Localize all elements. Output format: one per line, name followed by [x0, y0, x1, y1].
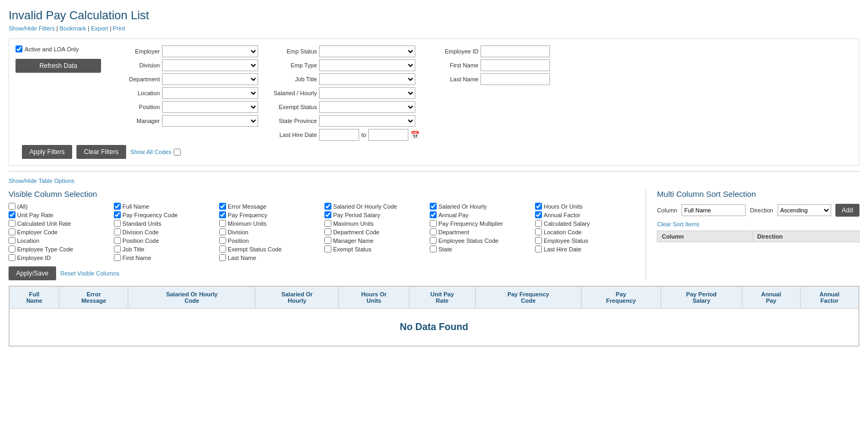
salaried-hourly-select[interactable]	[319, 87, 415, 99]
column-checkbox[interactable]	[430, 237, 437, 244]
column-checkbox[interactable]	[9, 211, 15, 218]
column-checkbox[interactable]	[114, 254, 121, 261]
page-container: Invalid Pay Calculation List Show/Hide F…	[0, 0, 868, 355]
column-checkbox[interactable]	[114, 211, 121, 218]
location-select[interactable]	[162, 87, 258, 99]
last-name-input[interactable]	[480, 73, 550, 85]
column-checkbox[interactable]	[9, 203, 15, 210]
export-link[interactable]: Export	[91, 25, 108, 32]
column-checkbox[interactable]	[324, 246, 331, 252]
column-checkbox-label: Exempt Status	[333, 246, 371, 252]
emp-type-select[interactable]	[319, 59, 415, 71]
emp-status-select[interactable]	[319, 45, 415, 57]
column-checkbox[interactable]	[114, 203, 121, 210]
column-checkbox-label: Standard Units	[122, 220, 161, 227]
active-loa-checkbox[interactable]	[15, 45, 22, 52]
department-label: Department	[112, 76, 160, 82]
clear-sort-items-link[interactable]: Clear Sort Items	[657, 221, 859, 227]
apply-filters-button[interactable]: Apply Filters	[22, 145, 72, 159]
data-table-container: Full NameError MessageSalaried Or Hourly…	[9, 286, 859, 347]
column-checkbox[interactable]	[114, 237, 121, 244]
column-checkbox[interactable]	[9, 220, 15, 227]
clear-filters-button[interactable]: Clear Filters	[76, 145, 126, 159]
column-checkbox[interactable]	[430, 203, 437, 210]
exempt-status-select[interactable]	[319, 101, 415, 113]
column-checkbox[interactable]	[219, 237, 226, 244]
column-checkbox[interactable]	[535, 246, 542, 252]
column-checkbox[interactable]	[219, 254, 226, 261]
column-checkbox[interactable]	[9, 228, 15, 235]
manager-select[interactable]	[162, 115, 258, 127]
apply-save-button[interactable]: Apply/Save	[9, 266, 56, 280]
data-table-header: Pay Frequency Code	[475, 287, 581, 309]
department-select[interactable]	[162, 73, 258, 85]
employer-select[interactable]	[162, 45, 258, 57]
column-checkbox-label: Pay Frequency Code	[122, 212, 177, 218]
position-select[interactable]	[162, 101, 258, 113]
manager-row: Manager	[112, 115, 258, 127]
column-checkbox[interactable]	[114, 228, 121, 235]
show-hide-table-options-link[interactable]: Show/Hide Table Options	[9, 178, 74, 184]
last-hire-date-row: Last Hire Date to 📅	[269, 129, 420, 141]
show-all-codes-checkbox[interactable]	[174, 149, 181, 156]
column-checkbox[interactable]	[535, 220, 542, 227]
column-checkbox[interactable]	[324, 237, 331, 244]
column-checkbox-label: Manager Name	[333, 238, 374, 244]
column-checkbox[interactable]	[9, 237, 15, 244]
show-hide-filters-link[interactable]: Show/Hide Filters	[9, 25, 55, 32]
direction-sort-label: Direction	[750, 207, 773, 213]
column-checkbox-label: Employee Status	[544, 238, 588, 244]
column-checkbox[interactable]	[430, 220, 437, 227]
column-checkbox[interactable]	[324, 220, 331, 227]
column-checkbox[interactable]	[430, 211, 437, 218]
checkbox-item: Job Title	[114, 246, 214, 252]
data-table-header: Annual Pay	[742, 287, 800, 309]
column-checkbox[interactable]	[535, 211, 542, 218]
column-checkbox[interactable]	[219, 203, 226, 210]
column-checkbox[interactable]	[219, 228, 226, 235]
column-checkbox[interactable]	[535, 228, 542, 235]
column-checkbox[interactable]	[430, 246, 437, 252]
column-checkbox[interactable]	[535, 237, 542, 244]
last-hire-date-to-input[interactable]	[368, 129, 408, 141]
options-section: Visible Column Selection (All)Full NameE…	[9, 189, 859, 280]
checkbox-item: Employee Type Code	[9, 246, 108, 252]
refresh-data-button[interactable]: Refresh Data	[15, 59, 101, 73]
first-name-input[interactable]	[480, 59, 550, 71]
print-link[interactable]: Print	[113, 25, 125, 32]
employee-id-input[interactable]	[480, 45, 550, 57]
division-select[interactable]	[162, 59, 258, 71]
add-sort-button[interactable]: Add	[835, 204, 859, 217]
bookmark-link[interactable]: Bookmark	[59, 25, 86, 32]
column-checkbox[interactable]	[114, 220, 121, 227]
column-sort-input[interactable]	[681, 204, 746, 216]
last-hire-date-from-input[interactable]	[319, 129, 359, 141]
emp-status-row: Emp Status	[269, 45, 420, 57]
column-checkbox[interactable]	[9, 246, 15, 252]
column-checkbox[interactable]	[535, 203, 542, 210]
checkbox-item: Employee Status	[535, 237, 635, 244]
calendar-icon[interactable]: 📅	[410, 131, 420, 139]
column-checkbox[interactable]	[114, 246, 121, 252]
column-checkbox-label: Last Hire Date	[544, 246, 581, 252]
section-divider	[9, 171, 859, 172]
column-checkbox[interactable]	[219, 211, 226, 218]
column-checkbox[interactable]	[219, 246, 226, 252]
column-checkbox[interactable]	[430, 228, 437, 235]
salaried-hourly-row: Salaried / Hourly	[269, 87, 420, 99]
column-checkbox[interactable]	[324, 211, 331, 218]
column-checkbox-label: Pay Frequency Multiplier	[438, 220, 503, 227]
checkbox-item: Pay Frequency	[219, 211, 319, 218]
column-checkbox[interactable]	[219, 220, 226, 227]
column-checkbox[interactable]	[9, 254, 15, 261]
reset-visible-columns-link[interactable]: Reset Visible Columns	[60, 270, 119, 277]
data-table-header: Hours Or Units	[339, 287, 409, 309]
column-checkbox[interactable]	[324, 203, 331, 210]
direction-sort-select[interactable]: Ascending Descending	[778, 204, 831, 216]
state-province-select[interactable]	[319, 115, 415, 127]
checkbox-item: Error Message	[219, 203, 319, 210]
job-title-select[interactable]	[319, 73, 415, 85]
column-checkbox[interactable]	[324, 228, 331, 235]
checkbox-item: Location	[9, 237, 108, 244]
visible-col-title: Visible Column Selection	[9, 189, 635, 198]
